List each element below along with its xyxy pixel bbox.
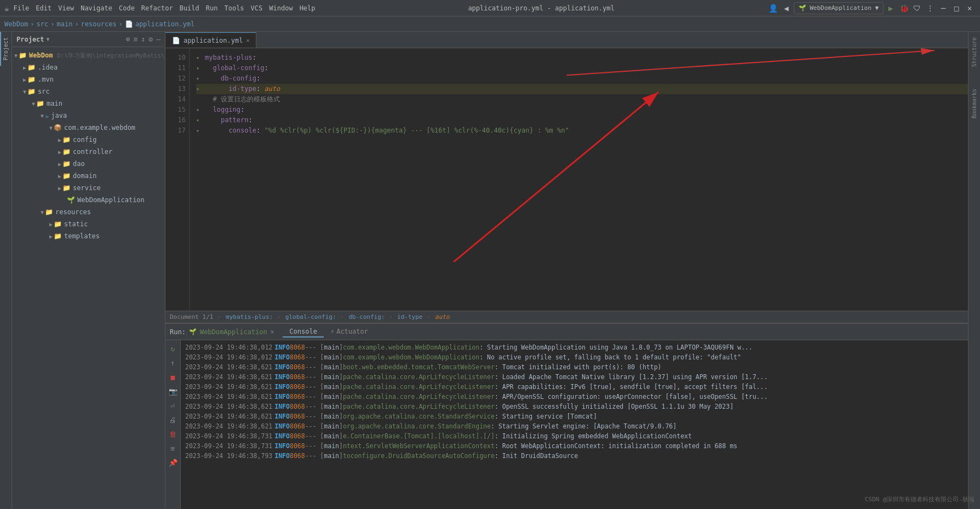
code-editor[interactable]: 10 11 12 13 14 15 16 17 ▾ mybatis-plus: (165, 48, 968, 311)
hide-icon[interactable]: — (156, 35, 161, 43)
log-ts-5: 2023-09-24 19:46:38,621 (185, 382, 272, 392)
stop-btn[interactable]: ■ (167, 371, 179, 383)
log-msg-2: : No active profile set, falling back to… (479, 352, 741, 362)
bc-sep-5: › (427, 313, 431, 321)
tree-item-src[interactable]: ▼ 📁 src (12, 85, 165, 98)
sep2: › (50, 20, 54, 28)
menu-tools[interactable]: Tools (224, 4, 244, 12)
vtab-bookmarks[interactable]: Bookmarks (970, 83, 979, 124)
log-thread-7: main (324, 402, 339, 411)
log-pid-1: 8068 (290, 342, 305, 352)
tree-item-domain[interactable]: ▶ 📁 domain (12, 170, 165, 182)
menu-run[interactable]: Run (206, 4, 218, 12)
locate-icon[interactable]: ⊕ (126, 35, 130, 43)
yaml-file-icon: 📄 (172, 37, 180, 44)
tree-item-java[interactable]: ▼ ☕ java (12, 110, 165, 122)
log-sep-4b: ] (339, 372, 343, 382)
editor-tabs: 📄 application.yml ✕ (165, 32, 968, 48)
run-close-btn[interactable]: ✕ (271, 328, 274, 335)
tree-label-resources: resources (55, 208, 91, 216)
tree-item-service[interactable]: ▶ 📁 service (12, 182, 165, 194)
run-config-dropdown[interactable]: 🌱 WebDomApplication ▼ (794, 2, 884, 14)
tree-item-templates[interactable]: ▶ 📁 templates (12, 230, 165, 242)
screenshot-btn[interactable]: 📷 (167, 385, 179, 397)
wrap-btn[interactable]: ⏎ (167, 399, 179, 411)
breadcrumb-filename[interactable]: application.yml (135, 20, 194, 28)
tree-item-webdom[interactable]: ▼ 📁 WebDom D:\学习案例\integrationMyBatis\We… (12, 49, 165, 61)
log-line-10: 2023-09-24 19:46:38,731 INFO 8068 --- [ … (181, 431, 968, 441)
log-ts-6: 2023-09-24 19:46:38,621 (185, 392, 272, 402)
menu-code[interactable]: Code (119, 4, 135, 12)
scroll-up-btn[interactable]: ↑ (167, 357, 179, 369)
sort-icon[interactable]: ↕ (141, 35, 146, 43)
run-tab-actuator[interactable]: ⚡Actuator (324, 327, 375, 338)
log-pid-7: 8068 (290, 402, 305, 411)
account-icon[interactable]: 👤 (767, 2, 780, 14)
menu-help[interactable]: Help (300, 4, 316, 12)
tab-close-btn[interactable]: ✕ (246, 37, 249, 43)
collapse-icon[interactable]: ≡ (134, 35, 138, 43)
menu-refactor[interactable]: Refactor (141, 4, 173, 12)
bc-auto[interactable]: auto (435, 313, 450, 321)
log-pid-11: 8068 (290, 441, 305, 451)
bc-idtype[interactable]: id-type (397, 313, 422, 321)
menu-window[interactable]: Window (269, 4, 293, 12)
run-log[interactable]: 2023-09-24 19:46:38,012 INFO 8068 --- [ … (181, 340, 968, 509)
bc-mybatis[interactable]: mybatis-plus: (226, 313, 273, 321)
editor-tab-application-yml[interactable]: 📄 application.yml ✕ (165, 32, 256, 48)
tree-item-dao[interactable]: ▶ 📁 dao (12, 158, 165, 170)
clear-btn[interactable]: 🗑 (167, 428, 179, 440)
debug-button[interactable]: 🐞 (898, 2, 910, 14)
minimize-button[interactable]: ─ (937, 2, 949, 14)
settings-run-btn[interactable]: ≡ (167, 442, 179, 454)
run-text: Run: (170, 328, 186, 336)
log-pid-2: 8068 (290, 352, 305, 362)
code-console-key: console (228, 125, 256, 136)
menu-view[interactable]: View (58, 4, 74, 12)
menu-navigate[interactable]: Navigate (81, 4, 112, 12)
rerun-btn[interactable]: ↻ (167, 342, 179, 354)
tree-item-resources[interactable]: ▼ 📁 resources (12, 206, 165, 218)
run-button[interactable]: ▶ (885, 2, 897, 14)
log-class-3: boot.web.embedded.tomcat.TomcatWebServer (343, 362, 495, 372)
log-sep-9: --- [ (305, 421, 324, 431)
settings-icon[interactable]: ⚙ (148, 35, 153, 43)
tree-item-package[interactable]: ▼ 📦 com.example.webdom (12, 122, 165, 134)
tree-item-webdomapp[interactable]: 🌱 WebDomApplication (12, 194, 165, 206)
tree-item-idea[interactable]: ▶ 📁 .idea (12, 61, 165, 73)
log-thread-10: main (324, 431, 339, 441)
print-btn[interactable]: 🖨 (167, 414, 179, 426)
tree-item-controller[interactable]: ▶ 📁 controller (12, 146, 165, 158)
maximize-button[interactable]: □ (950, 2, 962, 14)
tree-item-main[interactable]: ▼ 📁 main (12, 98, 165, 110)
vtab-project[interactable]: Project (0, 32, 12, 66)
breadcrumb-resources[interactable]: resources (81, 20, 117, 28)
sidebar-header: Project ▼ ⊕ ≡ ↕ ⚙ — (12, 32, 165, 47)
run-with-coverage[interactable]: 🛡 (911, 2, 923, 14)
tree-label-config: config (73, 136, 96, 144)
close-button[interactable]: × (964, 2, 976, 14)
breadcrumb-main[interactable]: main (57, 20, 73, 28)
menu-file[interactable]: File (13, 4, 29, 12)
menu-vcs[interactable]: VCS (251, 4, 263, 12)
menu-edit[interactable]: Edit (36, 4, 51, 12)
tree-item-static[interactable]: ▶ 📁 static (12, 218, 165, 230)
run-tab-console[interactable]: Console (283, 327, 324, 338)
code-idtype-key: id-type (228, 84, 256, 94)
bc-global[interactable]: global-config: (285, 313, 336, 321)
menu-build[interactable]: Build (180, 4, 199, 12)
vtab-structure[interactable]: Structure (970, 32, 979, 72)
breadcrumb-src[interactable]: src (37, 20, 49, 28)
log-msg-12: : Init DruidDataSource (495, 451, 578, 461)
linenum-13: 13 (169, 84, 186, 94)
dropdown-arrow[interactable]: ▼ (47, 36, 50, 42)
tree-label-controller: controller (73, 148, 112, 156)
tree-item-config[interactable]: ▶ 📁 config (12, 134, 165, 146)
tree-item-mvn[interactable]: ▶ 📁 .mvn (12, 73, 165, 85)
breadcrumb-webdom[interactable]: WebDom (4, 20, 28, 28)
more-run-options[interactable]: ⋮ (924, 2, 936, 14)
bc-db[interactable]: db-config: (348, 313, 385, 321)
back-icon[interactable]: ◀ (781, 2, 793, 14)
code-content[interactable]: ▾ mybatis-plus: ▾ global-config: ▾ db-co… (190, 48, 968, 311)
pin-btn[interactable]: 📌 (167, 456, 179, 468)
